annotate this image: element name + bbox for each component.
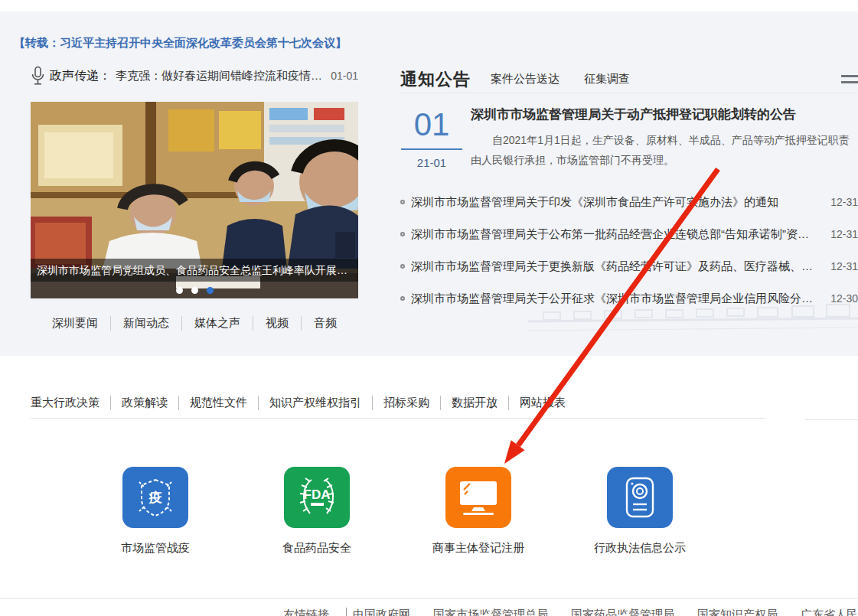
footer-link-samr[interactable]: 国家市场监督管理总局 bbox=[433, 608, 548, 616]
tab-solicitation-survey[interactable]: 征集调查 bbox=[584, 72, 630, 86]
nav-ip-rights-guide[interactable]: 知识产权维权指引 bbox=[258, 396, 372, 410]
app-market-epidemic[interactable]: 疫 市场监管战疫 bbox=[90, 467, 220, 556]
more-icon[interactable] bbox=[841, 72, 858, 86]
app-food-drug-safety[interactable]: FDA 食品药品安全 bbox=[252, 467, 382, 556]
notice-section-title[interactable]: 通知公告 bbox=[400, 68, 471, 91]
featured-year-month: 21-01 bbox=[400, 156, 463, 169]
monitor-icon bbox=[445, 467, 511, 528]
nav-news-updates[interactable]: 新闻动态 bbox=[110, 316, 181, 331]
carousel-dot-2[interactable] bbox=[191, 287, 198, 294]
app-label: 市场监管战疫 bbox=[90, 541, 220, 556]
app-label: 食品药品安全 bbox=[252, 541, 382, 556]
svg-text:疫: 疫 bbox=[148, 490, 163, 505]
carousel-dot-1[interactable] bbox=[176, 287, 183, 294]
nav-bidding-procurement[interactable]: 招标采购 bbox=[372, 396, 440, 410]
nav-audio[interactable]: 音频 bbox=[301, 316, 349, 331]
voice-date: 01-01 bbox=[331, 70, 358, 82]
fda-wreath-icon: FDA bbox=[284, 467, 350, 528]
news-category-nav: 深圳要闻 新闻动态 媒体之声 视频 音频 bbox=[31, 316, 358, 331]
nav-video[interactable]: 视频 bbox=[253, 316, 301, 331]
featured-body: 深圳市市场监督管理局关于动产抵押登记职能划转的公告 自2021年1月1日起，生产… bbox=[471, 106, 858, 171]
section-divider bbox=[31, 418, 765, 419]
bullet-icon bbox=[400, 296, 405, 301]
voice-headline-link[interactable]: 李克强：做好春运期间错峰控流和疫情防控... bbox=[116, 69, 323, 83]
app-label: 商事主体登记注册 bbox=[413, 541, 543, 556]
tab-case-announcements[interactable]: 案件公告送达 bbox=[491, 72, 559, 86]
nav-shenzhen-news[interactable]: 深圳要闻 bbox=[40, 316, 110, 331]
notice-tabs: 案件公告送达 征集调查 bbox=[491, 72, 630, 86]
footer-link-nmpa[interactable]: 国家药品监督管理局 bbox=[571, 608, 674, 616]
featured-date-block: 01 21-01 bbox=[400, 107, 463, 169]
friendly-links-label: 友情链接 bbox=[283, 608, 347, 616]
carousel-dots bbox=[31, 287, 358, 294]
footer: 友情链接 中国政府网 国家市场监督管理总局 国家药品监督管理局 国家知识产权局 … bbox=[0, 598, 858, 616]
epidemic-shield-icon: 疫 bbox=[122, 467, 188, 528]
notice-item-date: 12-31 bbox=[830, 228, 858, 240]
featured-date-rule bbox=[401, 148, 462, 150]
app-business-registration[interactable]: 商事主体登记注册 bbox=[413, 467, 543, 556]
featured-notice-title[interactable]: 深圳市市场监督管理局关于动产抵押登记职能划转的公告 bbox=[471, 106, 858, 123]
bullet-icon bbox=[400, 200, 405, 204]
featured-day: 01 bbox=[400, 107, 463, 142]
notice-item-title[interactable]: 深圳市市场监督管理局关于更换新版《药品经营许可证》及药品、医疗器械、化妆... bbox=[411, 259, 817, 274]
notice-list: 深圳市市场监督管理局关于印发《深圳市食品生产许可实施办法》的通知 12-31 深… bbox=[400, 186, 858, 315]
voice-label: 政声传递： bbox=[50, 68, 111, 84]
nav-media-voice[interactable]: 媒体之声 bbox=[181, 316, 253, 331]
camera-badge-icon bbox=[607, 467, 673, 528]
bridge-watermark bbox=[528, 300, 858, 342]
notice-item-date: 12-31 bbox=[830, 196, 858, 208]
featured-notice: 01 21-01 深圳市市场监督管理局关于动产抵押登记职能划转的公告 自2021… bbox=[400, 106, 858, 171]
notice-list-item[interactable]: 深圳市市场监督管理局关于公布第一批药品经营企业连锁总部“告知承诺制”资格... … bbox=[400, 218, 858, 250]
svg-text:FDA: FDA bbox=[304, 487, 331, 502]
app-label: 行政执法信息公示 bbox=[575, 541, 705, 556]
nav-site-reports[interactable]: 网站报表 bbox=[508, 396, 576, 410]
footer-links: 友情链接 中国政府网 国家市场监督管理总局 国家药品监督管理局 国家知识产权局 … bbox=[283, 608, 858, 616]
bullet-icon bbox=[400, 264, 405, 269]
notice-list-item[interactable]: 深圳市市场监督管理局关于更换新版《药品经营许可证》及药品、医疗器械、化妆... … bbox=[400, 250, 858, 282]
section-divider-right bbox=[805, 419, 858, 420]
featured-notice-summary: 自2021年1月1日起，生产设备、原材料、半成品、产品等动产抵押登记职责由人民银… bbox=[471, 131, 858, 171]
page: 【转载：习近平主持召开中央全面深化改革委员会第十七次会议】 政声传递： 李克强：… bbox=[0, 0, 858, 616]
nav-major-decisions[interactable]: 重大行政决策 bbox=[31, 396, 110, 410]
notice-item-title[interactable]: 深圳市市场监督管理局关于印发《深圳市食品生产许可实施办法》的通知 bbox=[411, 195, 817, 210]
notice-list-item[interactable]: 深圳市市场监督管理局关于印发《深圳市食品生产许可实施办法》的通知 12-31 bbox=[400, 186, 858, 218]
microphone-icon bbox=[31, 66, 45, 86]
nav-open-data[interactable]: 数据开放 bbox=[440, 396, 508, 410]
reprint-headline-link[interactable]: 【转载：习近平主持召开中央全面深化改革委员会第十七次会议】 bbox=[14, 36, 347, 51]
nav-policy-interpretation[interactable]: 政策解读 bbox=[110, 396, 178, 410]
footer-link-gov-cn[interactable]: 中国政府网 bbox=[353, 608, 410, 616]
news-carousel[interactable]: 深圳市市场监管局党组成员、食品药品安全总监王利峰率队开展节前疫... bbox=[31, 102, 358, 298]
footer-link-gd-gov[interactable]: 广东省人民政府 bbox=[801, 608, 858, 616]
voice-news-row: 政声传递： 李克强：做好春运期间错峰控流和疫情防控... 01-01 bbox=[31, 66, 358, 86]
footer-link-cnipa[interactable]: 国家知识产权局 bbox=[697, 608, 778, 616]
app-enforcement-disclosure[interactable]: 行政执法信息公示 bbox=[575, 467, 705, 556]
notice-item-title[interactable]: 深圳市市场监督管理局关于公布第一批药品经营企业连锁总部“告知承诺制”资格... bbox=[411, 227, 817, 242]
notice-item-date: 12-31 bbox=[830, 260, 858, 272]
carousel-dot-3-active[interactable] bbox=[207, 287, 214, 294]
bullet-icon bbox=[400, 232, 405, 236]
nav-normative-documents[interactable]: 规范性文件 bbox=[178, 396, 258, 410]
carousel-caption[interactable]: 深圳市市场监管局党组成员、食品药品安全总监王利峰率队开展节前疫... bbox=[31, 259, 358, 282]
notice-header: 通知公告 案件公告送达 征集调查 bbox=[400, 66, 858, 93]
quick-nav: 重大行政决策 政策解读 规范性文件 知识产权维权指引 招标采购 数据开放 网站报… bbox=[31, 396, 576, 410]
